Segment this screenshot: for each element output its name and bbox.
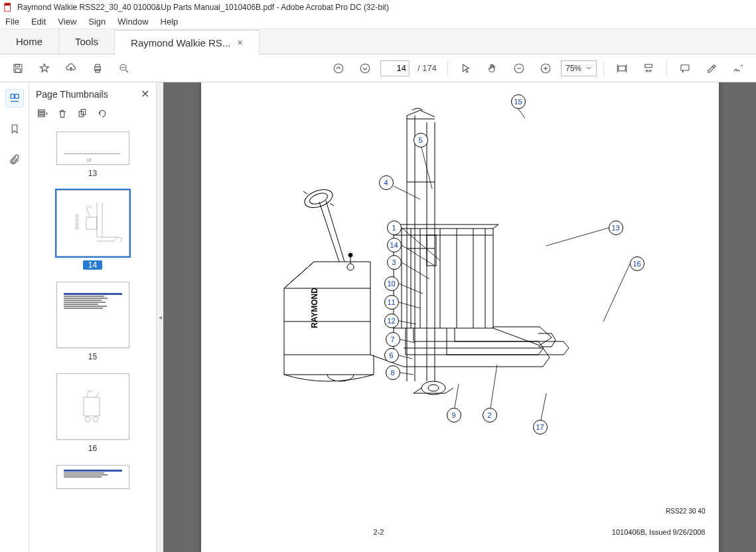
sign-icon[interactable] bbox=[727, 57, 749, 80]
svg-line-73 bbox=[400, 339, 415, 343]
svg-point-34 bbox=[76, 227, 78, 229]
thumbnail-label: 14 bbox=[83, 260, 102, 270]
page-down-icon[interactable] bbox=[354, 57, 376, 80]
svg-line-66 bbox=[394, 186, 420, 199]
svg-rect-28 bbox=[86, 217, 97, 229]
fit-width-icon[interactable] bbox=[611, 57, 633, 80]
toolbar: / 174 75% bbox=[0, 54, 756, 82]
svg-line-74 bbox=[399, 355, 412, 359]
svg-line-68 bbox=[402, 245, 435, 266]
close-panel-icon[interactable]: ✕ bbox=[141, 88, 149, 100]
tab-document[interactable]: Raymond Walkie RS... × bbox=[115, 30, 260, 54]
window-title: Raymond Walkie RSS22_30_40 01000&Up Part… bbox=[17, 3, 389, 12]
hand-tool-icon[interactable] bbox=[481, 57, 504, 80]
svg-point-36 bbox=[85, 416, 90, 422]
svg-line-64 bbox=[518, 109, 525, 118]
svg-line-80 bbox=[603, 264, 630, 322]
menu-view[interactable]: View bbox=[58, 17, 76, 27]
thumbnails-list[interactable]: 13 13 bbox=[29, 128, 156, 552]
svg-line-76 bbox=[455, 384, 459, 408]
callout-leader-lines bbox=[201, 82, 719, 481]
svg-point-31 bbox=[76, 215, 78, 217]
svg-rect-24 bbox=[38, 112, 45, 114]
attachment-rail-icon[interactable] bbox=[5, 150, 24, 169]
svg-rect-35 bbox=[84, 397, 100, 416]
svg-line-71 bbox=[399, 302, 420, 308]
thumbnail-page-14[interactable]: 14 bbox=[29, 190, 156, 270]
menu-file[interactable]: File bbox=[5, 17, 19, 27]
svg-rect-6 bbox=[96, 64, 100, 67]
tab-document-label: Raymond Walkie RS... bbox=[131, 37, 230, 48]
menubar: File Edit View Sign Window Help bbox=[0, 15, 756, 29]
page-up-icon[interactable] bbox=[327, 57, 350, 80]
svg-line-69 bbox=[402, 262, 429, 279]
window-titlebar: Raymond Walkie RSS22_30_40 01000&Up Part… bbox=[0, 0, 756, 15]
tabbar: Home Tools Raymond Walkie RS... × bbox=[0, 29, 756, 54]
undo-icon[interactable] bbox=[97, 108, 108, 121]
page-total-label: / 174 bbox=[417, 63, 437, 73]
fit-page-icon[interactable] bbox=[637, 57, 660, 80]
svg-line-9 bbox=[125, 70, 128, 72]
highlight-icon[interactable] bbox=[700, 57, 723, 80]
svg-rect-4 bbox=[15, 68, 21, 72]
svg-rect-21 bbox=[11, 94, 14, 98]
page-canvas: RAYMOND bbox=[201, 82, 719, 552]
pointer-tool-icon[interactable] bbox=[455, 57, 477, 80]
tab-tools[interactable]: Tools bbox=[59, 29, 115, 54]
thumbnails-tools bbox=[29, 106, 156, 128]
thumbnail-label: 16 bbox=[88, 444, 97, 453]
thumb-options-icon[interactable] bbox=[37, 108, 48, 121]
thumbnail-label: 13 bbox=[88, 169, 97, 178]
svg-point-32 bbox=[76, 219, 78, 221]
menu-help[interactable]: Help bbox=[161, 17, 179, 27]
cloud-share-icon[interactable] bbox=[60, 57, 82, 80]
svg-rect-7 bbox=[96, 69, 100, 72]
menu-window[interactable]: Window bbox=[117, 17, 148, 27]
pdf-file-icon bbox=[4, 3, 13, 12]
svg-rect-19 bbox=[645, 64, 652, 68]
menu-edit[interactable]: Edit bbox=[31, 17, 46, 27]
print-icon[interactable] bbox=[86, 57, 109, 80]
tab-home[interactable]: Home bbox=[0, 29, 59, 54]
svg-line-75 bbox=[400, 373, 414, 375]
svg-line-67 bbox=[402, 228, 440, 260]
page-number-input[interactable] bbox=[380, 60, 410, 76]
zoom-level-select[interactable]: 75% bbox=[561, 60, 597, 76]
thumbnails-title: Page Thumbnails bbox=[36, 89, 108, 100]
svg-point-12 bbox=[360, 64, 370, 73]
svg-line-78 bbox=[541, 393, 546, 420]
page-number-label: 2-2 bbox=[374, 528, 384, 536]
svg-rect-23 bbox=[38, 110, 45, 111]
comment-icon[interactable] bbox=[674, 57, 696, 80]
thumbnail-page-13[interactable]: 13 13 bbox=[29, 132, 156, 178]
svg-rect-22 bbox=[15, 94, 18, 98]
thumbnail-label: 15 bbox=[88, 352, 97, 361]
thumbnail-page-16[interactable]: 16 bbox=[29, 373, 156, 453]
bookmark-rail-icon[interactable] bbox=[5, 120, 24, 138]
thumbnail-page-15[interactable]: 15 bbox=[29, 282, 156, 361]
svg-rect-18 bbox=[619, 66, 626, 71]
thumbnails-rail-icon[interactable] bbox=[5, 89, 24, 108]
svg-line-79 bbox=[546, 228, 609, 246]
search-icon[interactable] bbox=[113, 57, 135, 80]
svg-line-70 bbox=[399, 284, 423, 294]
save-icon[interactable] bbox=[7, 57, 29, 80]
document-id-label: 1010406B, Issued 9/26/2008 bbox=[612, 528, 706, 536]
zoom-in-icon[interactable] bbox=[534, 57, 557, 80]
left-rail bbox=[0, 82, 29, 552]
tab-close-icon[interactable]: × bbox=[237, 37, 242, 48]
document-viewport[interactable]: RAYMOND bbox=[163, 82, 756, 552]
delete-page-icon[interactable] bbox=[57, 108, 68, 121]
zoom-level-label: 75% bbox=[566, 64, 581, 73]
rotate-page-icon[interactable] bbox=[77, 108, 88, 121]
menu-sign[interactable]: Sign bbox=[88, 17, 106, 27]
svg-point-11 bbox=[334, 64, 343, 73]
panel-resize-handle[interactable]: ◂ bbox=[157, 82, 163, 552]
star-icon[interactable] bbox=[33, 57, 56, 80]
tab-home-label: Home bbox=[16, 36, 42, 47]
svg-rect-3 bbox=[15, 64, 19, 67]
svg-point-37 bbox=[93, 416, 98, 422]
zoom-out-icon[interactable] bbox=[508, 57, 530, 80]
thumbnail-page-17[interactable] bbox=[29, 465, 156, 489]
svg-rect-25 bbox=[38, 115, 45, 116]
